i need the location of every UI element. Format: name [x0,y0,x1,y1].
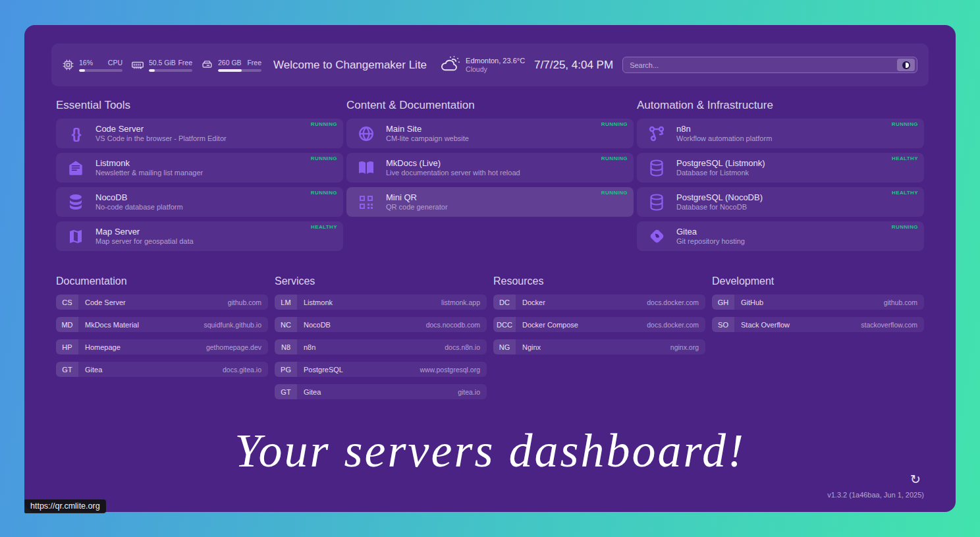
globe-icon [357,125,375,142]
bookmark-mkdocs-material[interactable]: MD MkDocs Material squidfunk.github.io [56,317,268,332]
status-badge: RUNNING [311,190,337,196]
service-card-main-site[interactable]: Main Site CM-lite campaign website RUNNI… [346,119,634,148]
service-card-map-server[interactable]: Map Server Map server for geospatial dat… [56,221,343,251]
status-badge: RUNNING [601,155,628,161]
service-card-postgres-listmonk[interactable]: PostgreSQL (Listmonk) Database for Listm… [637,153,924,183]
bookmarks-documentation: Documentation CS Code Server github.com … [56,275,268,407]
memory-icon [132,61,144,70]
status-badge: RUNNING [892,121,918,127]
mail-icon [67,159,85,177]
status-badge: RUNNING [311,121,337,127]
status-badge: HEALTHY [892,190,918,196]
bookmarks-resources: Resources DC Docker docs.docker.com DCC … [493,275,705,407]
gitea-icon [647,228,666,244]
disk-bar [218,69,261,72]
status-badge: RUNNING [892,224,918,230]
memory-widget: 50.5 GiB Free [132,59,192,72]
status-badge: RUNNING [601,121,628,127]
bookmark-group-title: Development [712,275,924,287]
link-preview-tooltip: https://qr.cmlite.org [24,499,106,513]
weather-location-temp: Edmonton, 23.6°C [466,57,525,65]
database-icon [67,194,85,211]
cpu-widget: 16% CPU [63,59,122,72]
search-engine-icon [902,61,910,69]
search-bar [622,57,917,73]
dashboard-panel: 16% CPU 50.5 GiB Free [24,25,956,512]
cpu-icon [63,59,74,71]
weather-widget: Edmonton, 23.6°C Cloudy [440,55,525,75]
database-icon [647,194,666,211]
disk-widget: 260 GB Free [202,59,261,72]
group-essential-tools: Essential Tools { } Code Server VS Code … [56,99,343,256]
service-card-gitea[interactable]: Gitea Git repository hosting RUNNING [637,221,924,251]
bookmark-homepage[interactable]: HP Homepage gethomepage.dev [56,339,268,354]
header-band: 16% CPU 50.5 GiB Free [51,43,929,86]
service-card-code-server[interactable]: { } Code Server VS Code in the browser -… [56,119,343,148]
bookmark-nocodb[interactable]: NC NocoDB docs.nocodb.com [275,317,487,332]
cpu-label: CPU [108,59,122,67]
version-text: v1.3.2 (1a46baa, Jun 1, 2025) [827,491,924,499]
service-card-mkdocs[interactable]: MkDocs (Live) Live documentation server … [346,153,634,183]
bookmark-stack-overflow[interactable]: SO Stack Overflow stackoverflow.com [712,317,924,332]
bookmark-postgresql[interactable]: PG PostgreSQL www.postgresql.org [275,362,487,377]
service-groups: Essential Tools { } Code Server VS Code … [56,99,924,256]
datetime: 7/7/25, 4:04 PM [534,59,613,72]
weather-condition: Cloudy [466,65,525,73]
bookmarks-services: Services LM Listmonk listmonk.app NC Noc… [275,275,487,407]
map-icon [67,229,85,244]
service-card-mini-qr[interactable]: Mini QR QR code generator RUNNING [346,187,634,217]
bookmark-nginx[interactable]: NG Nginx nginx.org [493,339,705,354]
cpu-value: 16% [79,59,93,67]
memory-bar [149,69,192,72]
cpu-bar [79,69,122,72]
bookmark-group-title: Documentation [56,275,268,287]
tagline-text: Your servers dashboard! [56,424,924,478]
page-title: Welcome to Changemaker Lite [273,59,427,72]
resource-widgets: 16% CPU 50.5 GiB Free [63,59,261,72]
bookmark-gitea-docs[interactable]: GT Gitea docs.gitea.io [56,362,268,377]
bookmark-docker[interactable]: DC Docker docs.docker.com [493,295,705,310]
memory-value: 50.5 GiB [149,59,176,67]
service-card-postgres-nocodb[interactable]: PostgreSQL (NocoDB) Database for NocoDB … [637,187,924,217]
bookmarks-development: Development GH GitHub github.com SO Stac… [712,275,924,407]
bookmark-github[interactable]: GH GitHub github.com [712,295,924,310]
disk-icon [202,59,213,71]
bookmark-groups: Documentation CS Code Server github.com … [56,275,924,407]
group-title: Content & Documentation [346,99,634,112]
service-card-nocodb[interactable]: NocoDB No-code database platform RUNNING [56,187,343,217]
database-icon [647,159,666,177]
bookmark-gitea[interactable]: GT Gitea gitea.io [275,384,487,399]
bookmark-group-title: Services [275,275,487,287]
disk-value: 260 GB [218,59,242,67]
status-badge: RUNNING [311,155,337,161]
group-title: Essential Tools [56,99,343,112]
disk-label: Free [247,59,261,67]
status-badge: RUNNING [601,190,628,196]
status-badge: HEALTHY [311,224,337,230]
bookmark-group-title: Resources [493,275,705,287]
code-braces-icon: { } [67,127,85,141]
status-badge: HEALTHY [892,155,918,161]
refresh-icon[interactable]: ↻ [910,473,921,486]
group-title: Automation & Infrastructure [637,99,924,112]
bookmark-code-server[interactable]: CS Code Server github.com [56,295,268,310]
search-engine-button[interactable] [897,59,915,71]
memory-label: Free [178,59,192,67]
group-automation-infrastructure: Automation & Infrastructure n8n Workflow… [637,99,924,256]
footer-corner: ↻ v1.3.2 (1a46baa, Jun 1, 2025) [827,473,924,499]
bookmark-listmonk[interactable]: LM Listmonk listmonk.app [275,295,487,310]
bookmark-n8n[interactable]: N8 n8n docs.n8n.io [275,339,487,354]
qr-code-icon [357,194,375,210]
search-input[interactable] [630,61,897,69]
group-content-documentation: Content & Documentation Main Site CM-lit… [346,99,634,256]
service-card-listmonk[interactable]: Listmonk Newsletter & mailing list manag… [56,153,343,183]
workflow-icon [647,125,666,142]
service-card-n8n[interactable]: n8n Workflow automation platform RUNNING [637,119,924,148]
bookmark-docker-compose[interactable]: DCC Docker Compose docs.docker.com [493,317,705,332]
cloud-sun-icon [440,55,460,75]
book-icon [357,160,375,176]
